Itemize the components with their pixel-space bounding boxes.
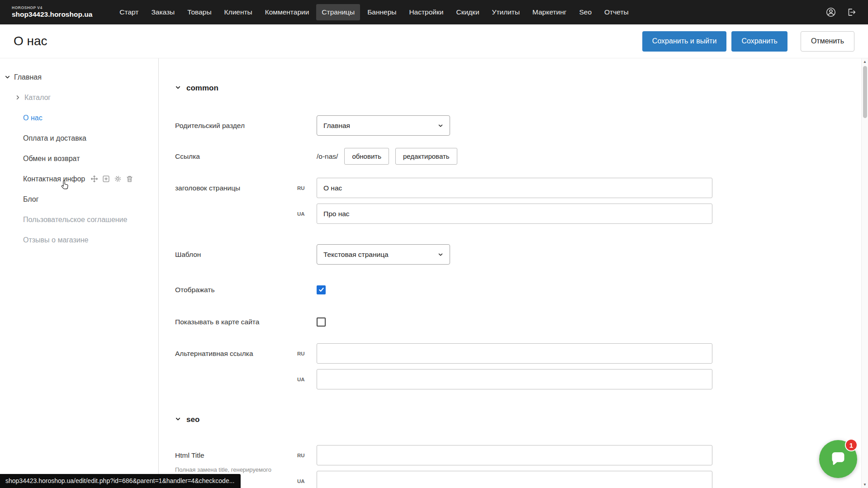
page-title-ua-input[interactable]: [317, 204, 712, 224]
html-title-label: Html Title: [175, 445, 297, 465]
sidebar-item-about[interactable]: О нас: [0, 108, 158, 128]
scroll-up-icon[interactable]: ▲: [863, 58, 867, 65]
sidebar-item-exchange-return[interactable]: Обмен и возврат: [0, 148, 158, 169]
logout-icon[interactable]: [846, 7, 856, 17]
sidebar-item-blog[interactable]: Блог: [0, 189, 158, 209]
status-url-bar: shop34423.horoshop.ua/edit/edit.php?id=6…: [0, 474, 241, 488]
parent-section-select[interactable]: Главная: [317, 115, 450, 136]
sidebar-item-contact-info[interactable]: Контактная инфор: [0, 169, 158, 189]
cancel-button[interactable]: Отменить: [801, 31, 854, 52]
nav-item-discounts[interactable]: Скидки: [451, 4, 484, 20]
page-title-row: заголовок страницы RU UA: [175, 178, 850, 224]
main-menu: Старт Заказы Товары Клиенты Комментарии …: [113, 4, 635, 20]
sidebar-item-label: Главная: [14, 73, 42, 81]
nav-item-banners[interactable]: Баннеры: [362, 4, 402, 20]
pages-tree-sidebar: Главная Каталог О нас Оплата и доставка …: [0, 58, 158, 488]
nav-item-comments[interactable]: Комментарии: [260, 4, 315, 20]
top-navigation-bar: HOROSHOP V4 shop34423.horoshop.ua Старт …: [0, 0, 868, 24]
sitemap-checkbox[interactable]: [317, 317, 326, 327]
sitemap-label: Показывать в карте сайта: [175, 318, 317, 326]
section-seo-header[interactable]: seo: [175, 415, 850, 424]
lang-ru-label: RU: [297, 185, 317, 191]
content-area: Главная Каталог О нас Оплата и доставка …: [0, 58, 868, 488]
sidebar-item-label: Контактная инфор: [23, 175, 85, 183]
lang-ru-label: RU: [297, 351, 317, 356]
chat-unread-badge: 1: [845, 439, 858, 451]
nav-item-start[interactable]: Старт: [114, 4, 144, 20]
parent-section-label: Родительский раздел: [175, 122, 317, 130]
display-row: Отображать: [175, 280, 850, 300]
nav-item-clients[interactable]: Клиенты: [219, 4, 258, 20]
nav-item-seo[interactable]: Seo: [574, 4, 597, 20]
display-label: Отображать: [175, 286, 317, 294]
sidebar-item-label: Блог: [23, 195, 39, 204]
edit-link-button[interactable]: редактировать: [395, 148, 457, 165]
sidebar-item-label: О нас: [23, 114, 43, 122]
refresh-link-button[interactable]: обновить: [344, 148, 389, 165]
check-icon: [318, 287, 324, 293]
lang-ua-label: UA: [297, 211, 317, 217]
move-icon[interactable]: [90, 175, 98, 183]
alt-link-ua-input[interactable]: [317, 369, 712, 389]
link-path: /o-nas/: [317, 152, 338, 161]
page-edit-form: common Родительский раздел Главная Ссылк…: [158, 58, 868, 488]
page-title: О нас: [14, 34, 47, 48]
sidebar-item-store-reviews[interactable]: Отзывы о магазине: [0, 230, 158, 250]
nav-item-settings[interactable]: Настройки: [403, 4, 449, 20]
scrollbar-thumb[interactable]: [863, 66, 867, 118]
page-title-ru-input[interactable]: [317, 178, 712, 198]
sidebar-item-payment-delivery[interactable]: Оплата и доставка: [0, 128, 158, 148]
html-title-ua-input[interactable]: [317, 471, 712, 488]
topbar-right-icons: [825, 7, 856, 18]
chevron-down-icon: [175, 84, 181, 93]
html-title-ru-input[interactable]: [317, 445, 712, 465]
delete-trash-icon[interactable]: [126, 175, 133, 183]
brand-domain-label: shop34423.horoshop.ua: [12, 10, 92, 19]
section-common-header[interactable]: common: [175, 84, 850, 93]
html-title-label-block: Html Title Полная замена title, генериру…: [175, 445, 297, 473]
chevron-right-icon[interactable]: [15, 95, 21, 100]
add-page-icon[interactable]: [102, 175, 110, 183]
sidebar-item-label: Каталог: [24, 94, 51, 102]
save-and-exit-button[interactable]: Сохранить и выйти: [642, 31, 727, 52]
nav-item-orders[interactable]: Заказы: [146, 4, 180, 20]
chat-widget-button[interactable]: 1: [819, 440, 857, 478]
template-select[interactable]: Текстовая страница: [317, 244, 450, 265]
chevron-down-icon: [438, 123, 443, 128]
parent-section-value: Главная: [323, 122, 350, 130]
nav-item-marketing[interactable]: Маркетинг: [527, 4, 572, 20]
page-title-label: заголовок страницы: [175, 178, 297, 198]
chevron-down-icon: [438, 252, 443, 257]
alt-link-label: Альтернативная ссылка: [175, 343, 297, 364]
sitemap-row: Показывать в карте сайта: [175, 312, 850, 332]
display-checkbox[interactable]: [317, 285, 326, 294]
sidebar-item-catalog[interactable]: Каталог: [0, 87, 158, 108]
brand-logo[interactable]: HOROSHOP V4 shop34423.horoshop.ua: [12, 6, 92, 19]
scroll-down-icon[interactable]: ▼: [863, 481, 867, 488]
nav-item-products[interactable]: Товары: [182, 4, 217, 20]
nav-item-reports[interactable]: Отчеты: [599, 4, 634, 20]
template-label: Шаблон: [175, 251, 317, 259]
sidebar-item-home[interactable]: Главная: [0, 67, 158, 87]
nav-item-pages[interactable]: Страницы: [316, 4, 360, 20]
chat-bubble-icon: [829, 450, 848, 469]
vertical-scrollbar[interactable]: ▲ ▼: [861, 58, 868, 488]
html-title-hint: Полная замена title, генерируемого: [175, 466, 297, 473]
save-button[interactable]: Сохранить: [731, 31, 787, 52]
chevron-down-icon[interactable]: [5, 74, 10, 80]
lang-ua-label: UA: [297, 377, 317, 382]
sidebar-item-label: Пользовательское соглашение: [23, 216, 127, 224]
lang-ru-label: RU: [297, 453, 317, 458]
template-value: Текстовая страница: [323, 251, 389, 259]
nav-item-utilities[interactable]: Утилиты: [487, 4, 526, 20]
sidebar-item-label: Оплата и доставка: [23, 134, 86, 142]
account-icon[interactable]: [825, 7, 836, 18]
sidebar-item-user-agreement[interactable]: Пользовательское соглашение: [0, 209, 158, 230]
link-row: Ссылка /o-nas/ обновить редактировать: [175, 148, 850, 165]
link-label: Ссылка: [175, 152, 317, 161]
template-row: Шаблон Текстовая страница: [175, 244, 850, 265]
alt-link-ru-input[interactable]: [317, 343, 712, 364]
settings-gear-icon[interactable]: [114, 175, 122, 183]
sidebar-item-label: Отзывы о магазине: [23, 236, 89, 244]
alt-link-row: Альтернативная ссылка RU UA: [175, 343, 850, 389]
